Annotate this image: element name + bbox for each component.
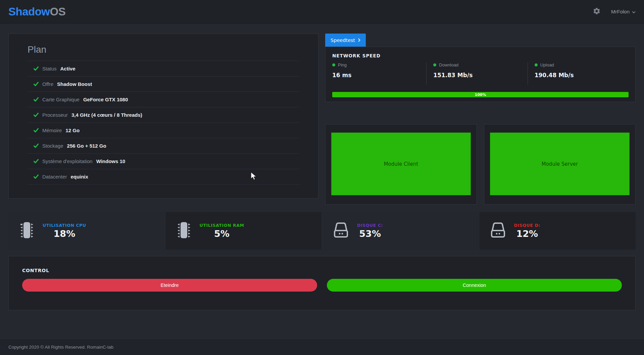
- network-speed-panel: NETWORK SPEED Ping 16 ms Download: [325, 47, 636, 102]
- plan-row-value: GeForce GTX 1080: [83, 97, 128, 102]
- speedtest-button[interactable]: Speedtest: [325, 34, 366, 47]
- stat-value: 53%: [359, 229, 381, 239]
- plan-row-value: 256 Go + 512 Go: [67, 143, 106, 149]
- stat-label: UTILISATION CPU: [43, 223, 86, 228]
- logo-primary: Shadow: [8, 5, 50, 18]
- copyright-text: Copyright 2020 © All Rights Reserved. Ro…: [8, 345, 113, 350]
- logo-secondary: OS: [50, 5, 66, 18]
- user-menu-label: MrFolon: [611, 9, 630, 14]
- plan-row-label: Stockage: [42, 143, 63, 149]
- plan-row-os: Système d'exploitation Windows 10: [28, 153, 299, 169]
- metric-label: Download: [439, 62, 458, 67]
- check-icon: [34, 82, 39, 86]
- plan-row-cpu: Processeur 3,4 GHz (4 cœurs / 8 Threads): [28, 107, 299, 122]
- module-server-card: Module Server: [484, 124, 636, 205]
- status-dot: [433, 63, 436, 66]
- metric-ping: Ping 16 ms: [332, 62, 426, 85]
- cpu-chip-icon: [176, 221, 192, 241]
- plan-row-value: equinix: [70, 174, 88, 180]
- gear-icon: [593, 7, 601, 16]
- speedtest-button-label: Speedtest: [331, 38, 355, 43]
- plan-row-label: Offre: [42, 81, 53, 87]
- hard-drive-icon: [490, 221, 506, 240]
- plan-panel: Plan Status Active Offre Shadow Boost Ca…: [8, 34, 318, 199]
- main-content: Plan Status Active Offre Shadow Boost Ca…: [0, 23, 644, 310]
- stat-label: DISQUE D:: [514, 223, 540, 228]
- control-title: CONTROL: [22, 268, 622, 273]
- module-server-tile[interactable]: Module Server: [490, 133, 630, 195]
- top-bar: ShadowOS MrFolon: [0, 0, 644, 23]
- plan-row-value: 3,4 GHz (4 cœurs / 8 Threads): [71, 112, 142, 118]
- stat-label: UTILISATION RAM: [200, 223, 244, 228]
- plan-row-value: Active: [60, 66, 76, 71]
- metric-value: 190.48 Mb/s: [535, 72, 629, 79]
- metric-label: Upload: [540, 62, 554, 67]
- stat-card-disk-d: DISQUE D: 12%: [479, 212, 636, 250]
- stat-card-cpu: UTILISATION CPU 18%: [8, 212, 165, 250]
- metric-label: Ping: [338, 62, 347, 67]
- plan-title: Plan: [28, 43, 299, 56]
- chevron-right-icon: [358, 38, 360, 43]
- plan-row-label: Carte Graphique: [42, 97, 80, 102]
- module-client-card: Module Client: [325, 124, 477, 205]
- chevron-down-icon: [632, 9, 636, 14]
- check-icon: [34, 159, 39, 163]
- speedtest-progress-fill: 100%: [332, 92, 629, 97]
- plan-row-gpu: Carte Graphique GeForce GTX 1080: [28, 92, 299, 107]
- metric-download: Download 151.83 Mb/s: [426, 62, 527, 85]
- plan-row-label: Système d'exploitation: [42, 158, 93, 164]
- connect-button[interactable]: Connexion: [327, 279, 622, 292]
- control-panel: CONTROL Eteindre Connexion: [8, 256, 636, 310]
- module-client-tile[interactable]: Module Client: [331, 133, 471, 195]
- stat-card-disk-c: DISQUE C: 53%: [322, 212, 479, 250]
- plan-row-stockage: Stockage 256 Go + 512 Go: [28, 138, 299, 153]
- plan-row-label: Datacenter: [42, 174, 67, 180]
- check-icon: [34, 66, 39, 71]
- plan-row-label: Processeur: [42, 112, 68, 118]
- check-icon: [34, 144, 39, 148]
- stats-row: UTILISATION CPU 18% UTILISATION RAM 5%: [8, 212, 636, 250]
- plan-row-offre: Offre Shadow Boost: [28, 76, 299, 92]
- stat-card-ram: UTILISATION RAM 5%: [165, 212, 322, 250]
- page-footer: Copyright 2020 © All Rights Reserved. Ro…: [0, 339, 644, 355]
- plan-row-value: Windows 10: [96, 158, 126, 164]
- status-dot: [332, 63, 335, 66]
- network-speed-title: NETWORK SPEED: [332, 53, 629, 58]
- app-logo: ShadowOS: [8, 5, 65, 18]
- stat-value: 18%: [54, 229, 76, 239]
- plan-row-status: Status Active: [28, 61, 299, 76]
- cpu-chip-icon: [19, 221, 35, 241]
- power-off-button[interactable]: Eteindre: [22, 279, 317, 292]
- speedtest-progress-bar: 100%: [332, 92, 629, 97]
- check-icon: [34, 128, 39, 133]
- plan-row-memoire: Mémoire 12 Go: [28, 122, 299, 138]
- plan-row-value: Shadow Boost: [57, 81, 92, 87]
- plan-row-value: 12 Go: [65, 128, 80, 133]
- plan-row-label: Status: [42, 66, 57, 71]
- stat-label: DISQUE C:: [357, 223, 383, 228]
- stat-value: 5%: [214, 229, 230, 239]
- user-menu[interactable]: MrFolon: [611, 9, 636, 14]
- status-dot: [535, 63, 538, 66]
- check-icon: [34, 113, 39, 117]
- check-icon: [34, 97, 39, 102]
- hard-drive-icon: [333, 221, 349, 240]
- plan-row-label: Mémoire: [42, 128, 62, 133]
- plan-list: Status Active Offre Shadow Boost Carte G…: [28, 61, 299, 185]
- metric-upload: Upload 190.48 Mb/s: [528, 62, 629, 85]
- settings-button[interactable]: [592, 7, 601, 16]
- check-icon: [34, 174, 39, 179]
- plan-row-datacenter: Datacenter equinix: [28, 169, 299, 184]
- metric-value: 151.83 Mb/s: [433, 72, 527, 79]
- stat-value: 12%: [516, 229, 538, 239]
- metric-value: 16 ms: [332, 72, 426, 79]
